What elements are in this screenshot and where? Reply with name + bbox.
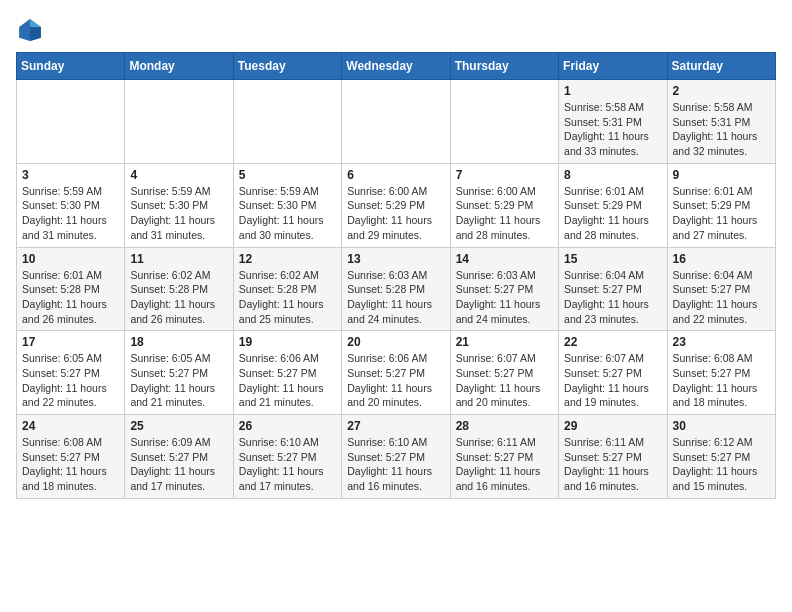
cell-date: 5 xyxy=(239,168,336,182)
cell-info: Sunrise: 5:59 AM Sunset: 5:30 PM Dayligh… xyxy=(130,184,227,243)
calendar-cell: 25Sunrise: 6:09 AM Sunset: 5:27 PM Dayli… xyxy=(125,415,233,499)
cell-date: 20 xyxy=(347,335,444,349)
logo-icon xyxy=(16,16,44,44)
cell-date: 9 xyxy=(673,168,770,182)
cell-info: Sunrise: 6:06 AM Sunset: 5:27 PM Dayligh… xyxy=(347,351,444,410)
calendar-cell: 29Sunrise: 6:11 AM Sunset: 5:27 PM Dayli… xyxy=(559,415,667,499)
calendar-cell xyxy=(233,80,341,164)
weekday-tuesday: Tuesday xyxy=(233,53,341,80)
calendar-cell: 16Sunrise: 6:04 AM Sunset: 5:27 PM Dayli… xyxy=(667,247,775,331)
cell-info: Sunrise: 6:11 AM Sunset: 5:27 PM Dayligh… xyxy=(564,435,661,494)
weekday-wednesday: Wednesday xyxy=(342,53,450,80)
calendar-cell: 19Sunrise: 6:06 AM Sunset: 5:27 PM Dayli… xyxy=(233,331,341,415)
cell-date: 19 xyxy=(239,335,336,349)
cell-date: 2 xyxy=(673,84,770,98)
calendar-cell: 8Sunrise: 6:01 AM Sunset: 5:29 PM Daylig… xyxy=(559,163,667,247)
cell-date: 4 xyxy=(130,168,227,182)
cell-date: 17 xyxy=(22,335,119,349)
calendar-week-2: 10Sunrise: 6:01 AM Sunset: 5:28 PM Dayli… xyxy=(17,247,776,331)
cell-info: Sunrise: 6:03 AM Sunset: 5:27 PM Dayligh… xyxy=(456,268,553,327)
calendar-cell xyxy=(125,80,233,164)
cell-info: Sunrise: 6:07 AM Sunset: 5:27 PM Dayligh… xyxy=(456,351,553,410)
cell-info: Sunrise: 5:59 AM Sunset: 5:30 PM Dayligh… xyxy=(22,184,119,243)
cell-info: Sunrise: 6:02 AM Sunset: 5:28 PM Dayligh… xyxy=(130,268,227,327)
cell-date: 11 xyxy=(130,252,227,266)
calendar-body: 1Sunrise: 5:58 AM Sunset: 5:31 PM Daylig… xyxy=(17,80,776,499)
cell-date: 6 xyxy=(347,168,444,182)
calendar-cell: 30Sunrise: 6:12 AM Sunset: 5:27 PM Dayli… xyxy=(667,415,775,499)
cell-date: 21 xyxy=(456,335,553,349)
cell-date: 29 xyxy=(564,419,661,433)
cell-info: Sunrise: 6:10 AM Sunset: 5:27 PM Dayligh… xyxy=(347,435,444,494)
cell-date: 18 xyxy=(130,335,227,349)
cell-info: Sunrise: 6:01 AM Sunset: 5:29 PM Dayligh… xyxy=(564,184,661,243)
cell-date: 25 xyxy=(130,419,227,433)
cell-date: 22 xyxy=(564,335,661,349)
weekday-saturday: Saturday xyxy=(667,53,775,80)
calendar-cell: 18Sunrise: 6:05 AM Sunset: 5:27 PM Dayli… xyxy=(125,331,233,415)
calendar-cell: 4Sunrise: 5:59 AM Sunset: 5:30 PM Daylig… xyxy=(125,163,233,247)
cell-info: Sunrise: 6:06 AM Sunset: 5:27 PM Dayligh… xyxy=(239,351,336,410)
calendar-cell: 5Sunrise: 5:59 AM Sunset: 5:30 PM Daylig… xyxy=(233,163,341,247)
calendar-cell: 7Sunrise: 6:00 AM Sunset: 5:29 PM Daylig… xyxy=(450,163,558,247)
calendar-cell: 13Sunrise: 6:03 AM Sunset: 5:28 PM Dayli… xyxy=(342,247,450,331)
calendar-cell: 26Sunrise: 6:10 AM Sunset: 5:27 PM Dayli… xyxy=(233,415,341,499)
calendar-cell: 10Sunrise: 6:01 AM Sunset: 5:28 PM Dayli… xyxy=(17,247,125,331)
calendar-cell: 21Sunrise: 6:07 AM Sunset: 5:27 PM Dayli… xyxy=(450,331,558,415)
calendar-cell xyxy=(17,80,125,164)
cell-info: Sunrise: 6:12 AM Sunset: 5:27 PM Dayligh… xyxy=(673,435,770,494)
calendar-cell: 9Sunrise: 6:01 AM Sunset: 5:29 PM Daylig… xyxy=(667,163,775,247)
cell-info: Sunrise: 5:58 AM Sunset: 5:31 PM Dayligh… xyxy=(564,100,661,159)
cell-info: Sunrise: 6:05 AM Sunset: 5:27 PM Dayligh… xyxy=(22,351,119,410)
cell-date: 24 xyxy=(22,419,119,433)
page-header xyxy=(16,16,776,44)
svg-marker-2 xyxy=(30,27,41,41)
calendar-cell: 17Sunrise: 6:05 AM Sunset: 5:27 PM Dayli… xyxy=(17,331,125,415)
cell-info: Sunrise: 6:04 AM Sunset: 5:27 PM Dayligh… xyxy=(564,268,661,327)
cell-info: Sunrise: 6:08 AM Sunset: 5:27 PM Dayligh… xyxy=(22,435,119,494)
calendar-cell: 11Sunrise: 6:02 AM Sunset: 5:28 PM Dayli… xyxy=(125,247,233,331)
calendar-cell xyxy=(342,80,450,164)
cell-info: Sunrise: 6:04 AM Sunset: 5:27 PM Dayligh… xyxy=(673,268,770,327)
calendar-cell: 23Sunrise: 6:08 AM Sunset: 5:27 PM Dayli… xyxy=(667,331,775,415)
calendar-week-1: 3Sunrise: 5:59 AM Sunset: 5:30 PM Daylig… xyxy=(17,163,776,247)
weekday-sunday: Sunday xyxy=(17,53,125,80)
weekday-row: SundayMondayTuesdayWednesdayThursdayFrid… xyxy=(17,53,776,80)
cell-info: Sunrise: 6:10 AM Sunset: 5:27 PM Dayligh… xyxy=(239,435,336,494)
calendar-cell: 6Sunrise: 6:00 AM Sunset: 5:29 PM Daylig… xyxy=(342,163,450,247)
calendar-cell: 24Sunrise: 6:08 AM Sunset: 5:27 PM Dayli… xyxy=(17,415,125,499)
weekday-friday: Friday xyxy=(559,53,667,80)
cell-date: 28 xyxy=(456,419,553,433)
calendar-cell: 2Sunrise: 5:58 AM Sunset: 5:31 PM Daylig… xyxy=(667,80,775,164)
calendar-cell: 20Sunrise: 6:06 AM Sunset: 5:27 PM Dayli… xyxy=(342,331,450,415)
calendar-cell xyxy=(450,80,558,164)
cell-date: 10 xyxy=(22,252,119,266)
cell-info: Sunrise: 6:00 AM Sunset: 5:29 PM Dayligh… xyxy=(456,184,553,243)
calendar-cell: 1Sunrise: 5:58 AM Sunset: 5:31 PM Daylig… xyxy=(559,80,667,164)
cell-date: 3 xyxy=(22,168,119,182)
calendar-table: SundayMondayTuesdayWednesdayThursdayFrid… xyxy=(16,52,776,499)
cell-info: Sunrise: 6:00 AM Sunset: 5:29 PM Dayligh… xyxy=(347,184,444,243)
weekday-monday: Monday xyxy=(125,53,233,80)
cell-date: 27 xyxy=(347,419,444,433)
logo xyxy=(16,16,48,44)
cell-date: 30 xyxy=(673,419,770,433)
calendar-week-4: 24Sunrise: 6:08 AM Sunset: 5:27 PM Dayli… xyxy=(17,415,776,499)
calendar-cell: 3Sunrise: 5:59 AM Sunset: 5:30 PM Daylig… xyxy=(17,163,125,247)
cell-info: Sunrise: 6:02 AM Sunset: 5:28 PM Dayligh… xyxy=(239,268,336,327)
cell-info: Sunrise: 5:58 AM Sunset: 5:31 PM Dayligh… xyxy=(673,100,770,159)
cell-date: 1 xyxy=(564,84,661,98)
cell-date: 14 xyxy=(456,252,553,266)
cell-date: 8 xyxy=(564,168,661,182)
cell-info: Sunrise: 6:08 AM Sunset: 5:27 PM Dayligh… xyxy=(673,351,770,410)
calendar-cell: 14Sunrise: 6:03 AM Sunset: 5:27 PM Dayli… xyxy=(450,247,558,331)
cell-date: 26 xyxy=(239,419,336,433)
cell-date: 12 xyxy=(239,252,336,266)
cell-info: Sunrise: 6:05 AM Sunset: 5:27 PM Dayligh… xyxy=(130,351,227,410)
calendar-header: SundayMondayTuesdayWednesdayThursdayFrid… xyxy=(17,53,776,80)
weekday-thursday: Thursday xyxy=(450,53,558,80)
calendar-cell: 15Sunrise: 6:04 AM Sunset: 5:27 PM Dayli… xyxy=(559,247,667,331)
cell-info: Sunrise: 6:01 AM Sunset: 5:28 PM Dayligh… xyxy=(22,268,119,327)
cell-date: 7 xyxy=(456,168,553,182)
cell-info: Sunrise: 6:01 AM Sunset: 5:29 PM Dayligh… xyxy=(673,184,770,243)
